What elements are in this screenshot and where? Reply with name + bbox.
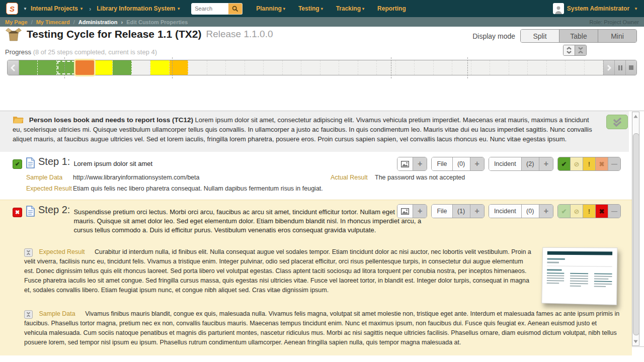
logo-chevron-down-icon[interactable]: ▼: [23, 7, 27, 11]
panel-scrollbar[interactable]: [632, 112, 639, 346]
step-2-status-checkbox[interactable]: ✖: [13, 208, 22, 217]
scroll-down-button[interactable]: [632, 337, 639, 345]
actual-result-value: The password was not accepted: [375, 174, 632, 181]
progress-segment-empty[interactable]: [320, 60, 339, 75]
progress-pause-button[interactable]: [614, 60, 625, 75]
step-2-sample-data-block: Sample Data Vivamus finibus mauris bland…: [24, 309, 621, 347]
step-1-status-checkbox[interactable]: ✔: [13, 159, 22, 169]
step-2-fail-button[interactable]: ✖: [595, 205, 608, 218]
progress-segment-empty[interactable]: [226, 60, 245, 75]
page-subtitle: Release 1.1.0.0: [206, 29, 273, 40]
progress-segment-empty[interactable]: [283, 60, 301, 75]
progress-play-button[interactable]: [603, 60, 614, 75]
sample-data-label: Sample Data: [39, 310, 75, 317]
collapse-expected-result-button[interactable]: [24, 248, 33, 257]
progress-segment-current[interactable]: [75, 60, 94, 75]
progress-segment-passed[interactable]: [19, 60, 38, 75]
menu-reporting[interactable]: Reporting: [377, 5, 406, 12]
step-2-status-group: ✔ ⊘ ! ✖ —: [557, 204, 621, 218]
progress-segment-empty[interactable]: [132, 60, 150, 75]
step-1-add-file-button[interactable]: +: [470, 157, 484, 170]
progress-segment-empty[interactable]: [207, 60, 226, 75]
scroll-up-button[interactable]: [632, 112, 639, 120]
step-1-na-button[interactable]: —: [608, 157, 620, 170]
breadcrumb-slash: /: [73, 19, 75, 25]
project-selector[interactable]: Internal Projects ▼: [31, 5, 84, 12]
pass-all-steps-button[interactable]: [606, 115, 628, 129]
progress-segment-passed[interactable]: [113, 60, 131, 75]
display-mode-table-button[interactable]: Table: [559, 30, 598, 42]
search-input[interactable]: [191, 3, 228, 15]
step-1-caution-button[interactable]: !: [583, 157, 595, 170]
step-2-pass-button[interactable]: ✔: [558, 205, 570, 218]
step-1-screenshot-button[interactable]: [397, 157, 413, 170]
progress-segment-empty[interactable]: [452, 60, 471, 75]
app-logo[interactable]: S: [6, 3, 18, 15]
breadcrumb-slash: /: [31, 19, 33, 25]
sample-data-value: Vivamus finibus mauris blandit, congue e…: [24, 310, 619, 346]
step-1-blocked-button[interactable]: ⊘: [570, 157, 583, 170]
step-1-file-button[interactable]: File: [432, 157, 452, 170]
step-2-add-screenshot-button[interactable]: +: [413, 205, 427, 218]
step-2-incident-button[interactable]: Incident: [489, 205, 521, 218]
user-menu[interactable]: System Administrator ▼: [553, 3, 638, 14]
step-2-add-file-button[interactable]: +: [470, 205, 484, 218]
test-case-header: Person loses book and needs to report lo…: [0, 111, 629, 152]
product-selector[interactable]: Library Information System ▼: [97, 5, 181, 12]
progress-segment-caution[interactable]: [94, 60, 113, 75]
display-mode-mini-button[interactable]: Mini: [598, 30, 636, 42]
progress-stop-button[interactable]: [625, 60, 636, 75]
progress-segment-empty[interactable]: [188, 60, 207, 75]
menu-testing[interactable]: Testing ▾: [298, 5, 323, 12]
display-mode-split-button[interactable]: Split: [521, 30, 559, 42]
progress-segment-empty[interactable]: [339, 60, 358, 75]
menu-tracking[interactable]: Tracking ▾: [336, 5, 364, 12]
progress-segment-empty[interactable]: [301, 60, 320, 75]
test-case-title: Person loses book and needs to report lo…: [29, 116, 193, 124]
progress-segment-empty[interactable]: [490, 60, 509, 75]
progress-segment-empty[interactable]: [471, 60, 490, 75]
progress-segment-passed[interactable]: [57, 60, 75, 75]
step-1-fields: Sample Data http://www.libraryinformatio…: [26, 174, 632, 192]
progress-segment-empty[interactable]: [566, 60, 584, 75]
breadcrumb-administration[interactable]: Administration: [78, 19, 118, 25]
chevron-down-icon: ▾: [321, 7, 323, 11]
attachment-thumbnail[interactable]: [541, 247, 617, 305]
progress-segment-empty[interactable]: [415, 60, 433, 75]
expand-all-button[interactable]: [564, 45, 575, 55]
progress-scroll-left-button[interactable]: [8, 60, 19, 75]
step-1-pass-button[interactable]: ✔: [558, 157, 570, 170]
step-2-add-incident-button[interactable]: +: [539, 205, 553, 218]
progress-segment-empty[interactable]: [358, 60, 377, 75]
progress-segment-empty[interactable]: [585, 60, 603, 75]
step-1-incident-button[interactable]: Incident: [489, 157, 521, 170]
progress-segment-empty[interactable]: [509, 60, 528, 75]
step-1-add-screenshot-button[interactable]: +: [413, 157, 427, 170]
progress-segment-empty[interactable]: [528, 60, 546, 75]
progress-segment-empty[interactable]: [434, 60, 452, 75]
breadcrumb-my-timecard[interactable]: My Timecard: [36, 19, 70, 25]
collapse-sample-data-button[interactable]: [24, 310, 33, 319]
step-1-fail-button[interactable]: ✖: [595, 157, 608, 170]
top-navigation-bar: S ▼ Internal Projects ▼ › Library Inform…: [0, 0, 644, 17]
chevron-down-icon: ▼: [177, 7, 181, 11]
progress-segment-empty[interactable]: [245, 60, 264, 75]
progress-segment-empty[interactable]: [547, 60, 566, 75]
breadcrumb-my-page[interactable]: My Page: [5, 19, 28, 25]
progress-segment-empty[interactable]: [396, 60, 415, 75]
progress-segment-empty[interactable]: [377, 60, 395, 75]
step-2-na-button[interactable]: —: [608, 205, 620, 218]
step-2-caution-button[interactable]: !: [583, 205, 595, 218]
scrollbar-thumb[interactable]: [633, 133, 639, 335]
progress-segment-passed[interactable]: [38, 60, 56, 75]
menu-planning[interactable]: Planning ▾: [256, 5, 285, 12]
step-2-blocked-button[interactable]: ⊘: [570, 205, 583, 218]
triangle-down-icon: [633, 340, 638, 343]
step-2-screenshot-button[interactable]: [397, 205, 413, 218]
progress-segment-empty[interactable]: [264, 60, 282, 75]
step-2-file-button[interactable]: File: [432, 205, 452, 218]
step-1-add-incident-button[interactable]: +: [539, 157, 553, 170]
collapse-all-button[interactable]: [575, 45, 586, 55]
search-button[interactable]: [228, 3, 243, 15]
progress-segment-caution[interactable]: [150, 60, 169, 75]
